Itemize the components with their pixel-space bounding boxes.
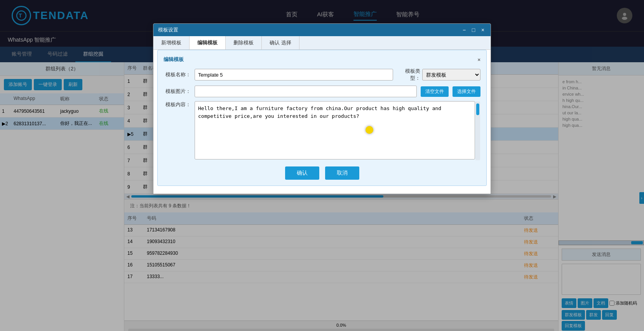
minimize-button[interactable]: − bbox=[461, 27, 467, 33]
type-container: 模板类型： 群发模板 回复模板 bbox=[397, 68, 480, 82]
tab-edit-template[interactable]: 编辑模板 bbox=[190, 36, 226, 49]
template-name-input[interactable] bbox=[195, 69, 393, 81]
edit-template-modal: 编辑模板 × 模板名称： 模板类型： 群发模板 回复模板 bbox=[157, 50, 487, 186]
tab-delete-template[interactable]: 删除模板 bbox=[226, 36, 262, 49]
tab-add-template[interactable]: 新增模板 bbox=[153, 36, 190, 49]
choose-file-button[interactable]: 选择文件 bbox=[453, 86, 480, 97]
template-content-textarea[interactable]: Hello there,I am a furniture factory fro… bbox=[195, 101, 475, 159]
content-label: 模板内容： bbox=[164, 101, 191, 108]
maximize-button[interactable]: □ bbox=[470, 27, 477, 33]
window-controls: − □ × bbox=[461, 27, 486, 33]
type-label: 模板类型： bbox=[397, 68, 420, 82]
textarea-scrollbar[interactable] bbox=[475, 102, 480, 160]
edit-modal-footer: 确认 取消 bbox=[164, 166, 480, 180]
window-content: 编辑模板 × 模板名称： 模板类型： 群发模板 回复模板 bbox=[153, 50, 491, 194]
clear-file-button[interactable]: 清空文件 bbox=[421, 86, 449, 97]
modal-overlay: 模板设置 − □ × 新增模板 编辑模板 删除模板 确认 选择 编辑模板 × bbox=[0, 0, 644, 331]
settings-window: 模板设置 − □ × 新增模板 编辑模板 删除模板 确认 选择 编辑模板 × bbox=[153, 23, 491, 194]
template-name-row: 模板名称： 模板类型： 群发模板 回复模板 bbox=[164, 68, 480, 82]
image-label: 模板图片： bbox=[164, 88, 191, 95]
edit-modal-close[interactable]: × bbox=[477, 57, 480, 63]
template-content-row: 模板内容： Hello there,I am a furniture facto… bbox=[164, 101, 480, 161]
close-button[interactable]: × bbox=[480, 27, 486, 33]
template-image-input[interactable] bbox=[195, 86, 417, 97]
edit-modal-title: 编辑模板 × bbox=[164, 56, 480, 63]
window-tabs: 新增模板 编辑模板 删除模板 确认 选择 bbox=[153, 36, 491, 50]
cancel-button[interactable]: 取消 bbox=[325, 166, 359, 180]
tab-confirm-select[interactable]: 确认 选择 bbox=[262, 36, 299, 49]
name-label: 模板名称： bbox=[164, 71, 191, 78]
confirm-button[interactable]: 确认 bbox=[285, 166, 319, 180]
scrollbar-thumb bbox=[476, 103, 479, 115]
template-type-select[interactable]: 群发模板 回复模板 bbox=[422, 69, 480, 81]
template-image-row: 模板图片： 清空文件 选择文件 bbox=[164, 86, 480, 97]
window-titlebar: 模板设置 − □ × bbox=[153, 24, 491, 36]
window-title: 模板设置 bbox=[158, 26, 178, 33]
